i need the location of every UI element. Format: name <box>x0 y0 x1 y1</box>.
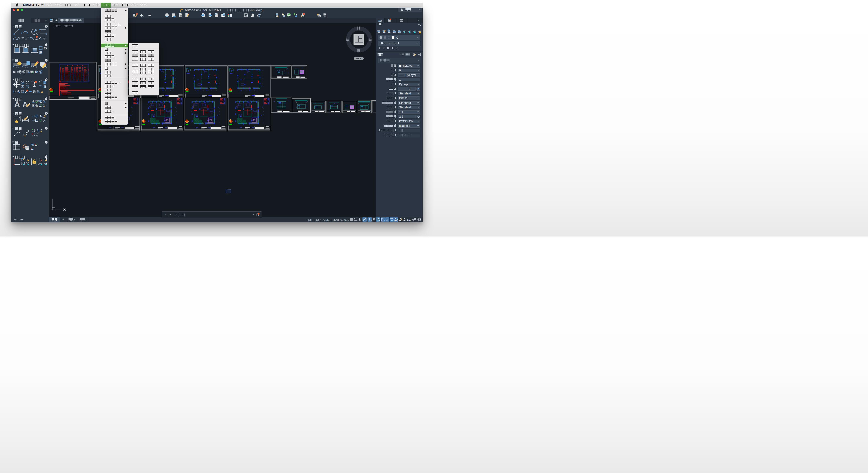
svg-text:A: A <box>44 101 45 103</box>
svg-text:A: A <box>33 144 34 146</box>
svg-text:WCS: WCS <box>356 57 361 60</box>
svg-text:A: A <box>32 99 34 103</box>
svg-text:A: A <box>33 105 35 107</box>
svg-text:ABC: ABC <box>35 100 39 102</box>
svg-text:PDF: PDF <box>43 104 45 106</box>
svg-text:.1: .1 <box>37 120 38 121</box>
svg-text:S: S <box>35 144 36 145</box>
svg-text:A: A <box>41 100 42 102</box>
svg-text:A: A <box>14 100 20 108</box>
svg-text:A: A <box>23 100 28 108</box>
svg-text:S: S <box>31 148 32 150</box>
svg-text:A: A <box>39 104 40 106</box>
svg-text:x: x <box>44 120 45 122</box>
svg-text:A: A <box>36 105 37 106</box>
